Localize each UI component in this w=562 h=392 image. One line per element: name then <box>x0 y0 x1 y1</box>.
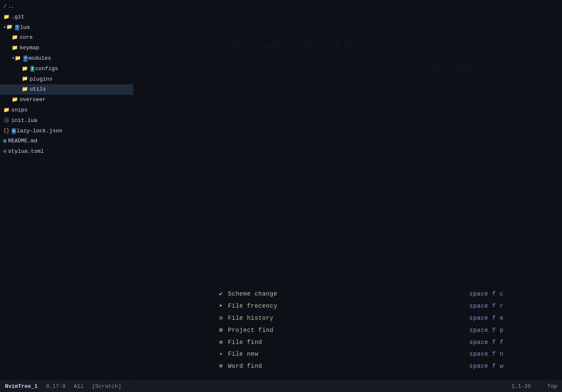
tree-label: snips <box>11 106 28 115</box>
command-word-find[interactable]: ⊕ Word find space f w <box>134 360 562 372</box>
tree-item-readme[interactable]: ▦ README.md <box>0 136 133 147</box>
folder-icon: 📁 <box>22 86 28 94</box>
command-left: ⊠ Project find <box>217 326 273 334</box>
tree-item-lua[interactable]: ▸📁 ? lua <box>0 23 133 33</box>
line-info: 1,1-25 <box>511 383 531 389</box>
folder-icon: 📁 <box>12 34 18 42</box>
command-left: ⊕ Word find <box>217 362 262 369</box>
command-left: ⊙ File history <box>217 314 273 321</box>
status-bar: NvimTree_1 9,17-9 All [Scratch] 1,1-25 T… <box>0 380 562 392</box>
tree-label: .git <box>11 13 24 22</box>
tree-item-git[interactable]: 📁 .git <box>0 12 133 23</box>
ascii-art-area: ,,,,,,,,,,,,,,,,,,,,,,,,,,,,,,,,,,,,,,,,… <box>134 0 562 279</box>
folder-icon: ▸📁 <box>3 23 13 31</box>
status-right: 1,1-25 Top <box>511 383 557 389</box>
main-area: / .. 📁 .git ▸📁 ? lua 📁 core 📁 keymap ▾📁 … <box>0 0 562 380</box>
tree-label: lazy-lock.json <box>17 127 62 136</box>
command-shortcut: space f p <box>469 327 504 334</box>
buffer-name: [Scratch] <box>92 383 121 389</box>
command-label: Project find <box>228 327 273 334</box>
command-shortcut: space f n <box>469 351 504 357</box>
command-left: ⊗ File find <box>217 339 262 346</box>
command-file-new[interactable]: ▪ File new space f n <box>134 348 562 360</box>
folder-icon: / <box>3 3 6 11</box>
command-file-frecency[interactable]: ➤ File frecency space f r <box>134 300 562 312</box>
toml-icon: ⚙ <box>3 148 6 156</box>
commands-menu: ✔ Scheme change space f c ➤ File frecenc… <box>134 279 562 380</box>
tree-label: keymap <box>20 44 39 53</box>
tree-label: utils <box>30 85 46 94</box>
lua-icon: 🌑 <box>3 117 10 125</box>
tree-item-init-lua[interactable]: 🌑 init.lua <box>0 116 133 126</box>
history-icon: ⊙ <box>217 314 225 321</box>
command-shortcut: space f w <box>469 363 504 369</box>
folder-icon: 📁 <box>22 65 28 73</box>
file-tree-sidebar[interactable]: / .. 📁 .git ▸📁 ? lua 📁 core 📁 keymap ▾📁 … <box>0 0 134 380</box>
tree-item-plugins[interactable]: 📁 plugins <box>0 74 133 85</box>
badge: ? <box>15 25 19 30</box>
command-left: ▪ File new <box>217 351 258 357</box>
status-left: NvimTree_1 9,17-9 All [Scratch] <box>5 383 121 389</box>
ascii-art: ,,,,,,,,,,,,,,,,,,,,,,,,,,,,,,,,,,,,,,,,… <box>215 0 480 87</box>
tree-label: init.lua <box>11 116 37 125</box>
badge: ⊡ <box>12 128 15 134</box>
tree-label: lua <box>20 23 30 32</box>
tree-item-keymap[interactable]: 📁 keymap <box>0 43 133 53</box>
tree-item-snips[interactable]: 📁 snips <box>0 105 133 116</box>
command-shortcut: space f c <box>469 291 504 297</box>
command-shortcut: space f e <box>469 315 504 321</box>
tree-label: .. <box>8 3 15 11</box>
command-file-history[interactable]: ⊙ File history space f e <box>134 312 562 324</box>
folder-icon: 📁 <box>12 96 18 104</box>
project-icon: ⊠ <box>217 326 225 334</box>
tree-name: NvimTree_1 <box>5 383 38 389</box>
frecency-icon: ➤ <box>217 302 225 309</box>
tree-label: configs <box>35 65 58 73</box>
scheme-icon: ✔ <box>217 290 225 297</box>
tree-label: README.md <box>8 137 37 146</box>
command-scheme-change[interactable]: ✔ Scheme change space f c <box>134 288 562 300</box>
folder-icon: 📁 <box>3 106 10 114</box>
tree-label: overseer <box>20 96 46 104</box>
tree-item-configs[interactable]: 📁 2 configs <box>0 64 133 74</box>
tree-label: stylua.toml <box>8 147 44 156</box>
command-label: File new <box>228 351 258 357</box>
tree-label: modules <box>28 54 51 63</box>
command-left: ➤ File frecency <box>217 302 277 309</box>
command-label: Word find <box>228 363 262 369</box>
command-project-find[interactable]: ⊠ Project find space f p <box>134 324 562 336</box>
scroll-percent: All <box>74 383 84 389</box>
tree-label: core <box>20 33 33 42</box>
md-icon: ▦ <box>3 137 6 145</box>
command-label: File frecency <box>228 303 277 309</box>
tree-label: plugins <box>30 75 53 84</box>
badge: ? <box>23 56 27 61</box>
tree-item-stylua[interactable]: ⚙ stylua.toml <box>0 147 133 157</box>
json-icon: {} <box>3 127 9 135</box>
content-area: ,,,,,,,,,,,,,,,,,,,,,,,,,,,,,,,,,,,,,,,,… <box>134 0 562 380</box>
folder-icon: 📁 <box>12 44 18 52</box>
command-label: File find <box>228 339 262 346</box>
top-indicator: Top <box>547 383 557 389</box>
word-icon: ⊕ <box>217 362 225 369</box>
tree-item-lazy-lock[interactable]: {} ⊡ lazy-lock.json <box>0 126 133 137</box>
folder-icon: ▾📁 <box>12 55 21 63</box>
folder-icon: 📁 <box>22 75 28 83</box>
cursor-position: 9,17-9 <box>46 383 66 389</box>
tree-parent[interactable]: / .. <box>0 2 133 12</box>
command-shortcut: space f f <box>469 339 504 346</box>
command-file-find[interactable]: ⊗ File find space f f <box>134 336 562 348</box>
badge: 2 <box>30 66 34 72</box>
tree-item-core[interactable]: 📁 core <box>0 33 133 43</box>
command-label: File history <box>228 315 273 321</box>
command-shortcut: space f r <box>469 303 504 309</box>
new-icon: ▪ <box>217 351 225 357</box>
tree-item-overseer[interactable]: 📁 overseer <box>0 95 133 105</box>
folder-icon: 📁 <box>3 13 10 21</box>
tree-item-modules[interactable]: ▾📁 ? modules <box>0 53 133 64</box>
command-left: ✔ Scheme change <box>217 290 277 297</box>
find-icon: ⊗ <box>217 339 225 346</box>
command-label: Scheme change <box>228 291 277 297</box>
tree-item-utils[interactable]: 📁 utils <box>0 84 133 95</box>
